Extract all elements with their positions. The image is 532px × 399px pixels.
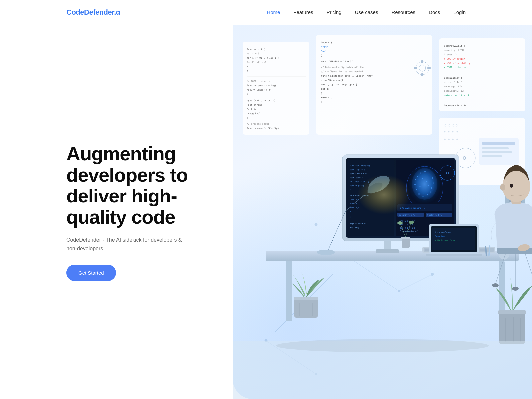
svg-point-177	[510, 184, 513, 188]
get-started-button[interactable]: Get Started	[66, 265, 116, 281]
svg-point-103	[412, 168, 437, 200]
svg-text:⚙: ⚙	[462, 155, 466, 161]
svg-line-66	[349, 258, 399, 291]
svg-text:AI: AI	[446, 172, 449, 175]
svg-text:// DefenderConfig holds all th: // DefenderConfig holds all the	[321, 66, 364, 69]
nav-link-resources[interactable]: Resources	[391, 9, 415, 15]
svg-point-193	[409, 221, 414, 224]
svg-text:// TODO: refactor: // TODO: refactor	[247, 80, 271, 83]
svg-text:CodeDefender AI: CodeDefender AI	[400, 230, 418, 232]
svg-point-116	[427, 194, 428, 195]
logo-suffix: .α	[114, 8, 120, 16]
svg-rect-182	[294, 297, 318, 300]
svg-text:type Config struct {: type Config struct {	[247, 99, 275, 102]
hero-title: Augmenting developers to deliver high-qu…	[66, 143, 200, 228]
svg-text:CodeQuality {: CodeQuality {	[444, 77, 462, 79]
svg-rect-183	[499, 311, 525, 344]
svg-point-105	[420, 173, 421, 174]
scene-svg: func main() { var x = 5 for i := 0; i < …	[233, 25, 532, 399]
svg-text:}: }	[350, 188, 351, 191]
svg-point-121	[428, 185, 429, 186]
svg-point-195	[276, 339, 489, 352]
svg-point-112	[414, 184, 416, 185]
logo-text: CodeDefender	[66, 8, 114, 16]
svg-point-117	[430, 192, 431, 193]
svg-rect-64	[482, 155, 502, 157]
svg-text:complexity: 12: complexity: 12	[444, 90, 464, 92]
svg-text:}: }	[247, 93, 248, 96]
svg-text:d := &Defender{}: d := &Defender{}	[321, 79, 343, 82]
nav-item-use-cases[interactable]: Use cases	[355, 9, 378, 15]
svg-rect-79	[286, 261, 292, 321]
nav-link-features[interactable]: Features	[293, 9, 313, 15]
svg-rect-187	[498, 310, 526, 314]
svg-text:analyze;: analyze;	[350, 226, 359, 229]
svg-text:import (: import (	[321, 41, 332, 44]
svg-text:code, opts) {: code, opts) {	[350, 168, 365, 171]
svg-text:func helper(s string): func helper(s string)	[247, 84, 276, 87]
svg-point-113	[416, 189, 417, 190]
svg-rect-36	[421, 60, 423, 63]
svg-rect-38	[414, 67, 417, 69]
nav-item-home[interactable]: Home	[267, 9, 280, 15]
svg-line-168	[525, 254, 532, 284]
svg-text:// process input: // process input	[247, 123, 269, 125]
svg-text:func process(c *Config): func process(c *Config)	[247, 127, 279, 130]
svg-text:✓ CSRF protected: ✓ CSRF protected	[444, 66, 466, 69]
svg-text:Dependencies: 24: Dependencies: 24	[444, 104, 466, 107]
svg-rect-163	[426, 254, 482, 256]
svg-point-110	[431, 187, 432, 189]
svg-text:function analyze(: function analyze(	[350, 164, 370, 167]
nav-link-home[interactable]: Home	[267, 9, 280, 15]
svg-rect-62	[482, 147, 509, 149]
nav-link-use-cases[interactable]: Use cases	[355, 9, 378, 15]
svg-text:return {: return {	[350, 198, 359, 200]
svg-text:for _, opt := range opts {: for _, opt := range opts {	[321, 83, 357, 86]
svg-text:const VERSION = "1.0.3": const VERSION = "1.0.3"	[321, 60, 353, 63]
svg-text:SecurityAudit {: SecurityAudit {	[444, 45, 465, 47]
svg-text:issues: 3: issues: 3	[444, 53, 457, 56]
svg-point-115	[423, 196, 424, 197]
svg-text:};: };	[350, 210, 352, 212]
svg-text:Debug bool: Debug bool	[247, 112, 261, 115]
svg-text:⬡ ⬡ ⬡ ⬡: ⬡ ⬡ ⬡ ⬡	[444, 131, 458, 134]
svg-text:export default: export default	[350, 222, 367, 225]
svg-point-114	[418, 193, 420, 195]
svg-rect-190	[402, 238, 410, 248]
nav-item-login[interactable]: Login	[453, 9, 466, 15]
nav-item-docs[interactable]: Docs	[429, 9, 440, 15]
svg-point-75	[315, 223, 317, 226]
svg-text:Quality: 87%: Quality: 87%	[427, 214, 442, 216]
svg-text:scan(code);: scan(code);	[350, 176, 363, 179]
nav-link-login[interactable]: Login	[453, 9, 466, 15]
svg-rect-0	[243, 42, 309, 135]
svg-text:Scanning...: Scanning...	[435, 235, 448, 238]
nav-link-pricing[interactable]: Pricing	[327, 9, 342, 15]
svg-point-76	[431, 273, 434, 276]
svg-text:): )	[321, 54, 322, 57]
svg-text:$ codedefender: $ codedefender	[435, 231, 452, 233]
nav-links: Home Features Pricing Use cases Resource…	[267, 9, 466, 15]
svg-rect-63	[482, 151, 512, 153]
nav-item-pricing[interactable]: Pricing	[327, 9, 342, 15]
svg-rect-39	[427, 67, 431, 69]
svg-text:// configuration params needed: // configuration params needed	[321, 70, 363, 73]
svg-point-109	[433, 183, 434, 184]
svg-text:}: }	[247, 117, 248, 119]
svg-point-192	[397, 221, 403, 225]
hero-illustration: func main() { var x = 5 for i := 0; i < …	[233, 25, 532, 399]
svg-text:func main() {: func main() {	[247, 48, 265, 51]
svg-text:severity: HIGH: severity: HIGH	[444, 49, 464, 52]
svg-text:coverage: 87%: coverage: 87%	[444, 85, 463, 88]
nav-item-resources[interactable]: Resources	[391, 9, 415, 15]
hero-section: Augmenting developers to deliver high-qu…	[0, 25, 532, 399]
nav-link-docs[interactable]: Docs	[429, 9, 440, 15]
svg-text:func NewDefender(opts ...Optio: func NewDefender(opts ...Option) *Def {	[321, 75, 375, 77]
svg-text:const result =: const result =	[350, 172, 367, 175]
svg-text:return len(s) > 0: return len(s) > 0	[247, 89, 271, 91]
nav-item-features[interactable]: Features	[293, 9, 313, 15]
svg-point-135	[317, 250, 335, 255]
svg-text:var x = 5: var x = 5	[247, 52, 259, 55]
svg-point-118	[422, 178, 423, 179]
svg-rect-61	[482, 142, 515, 145]
